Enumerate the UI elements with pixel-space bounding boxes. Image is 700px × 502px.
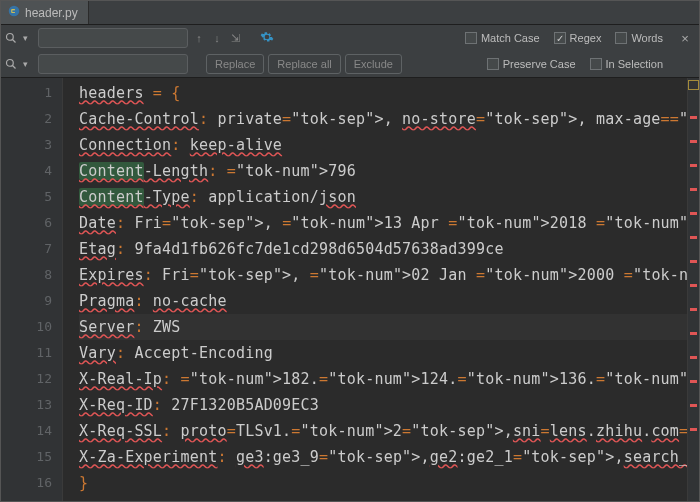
preserve-case-checkbox[interactable]: Preserve Case: [487, 58, 576, 70]
code-line[interactable]: Date: Fri="tok-sep">, ="tok-num">13 Apr …: [79, 210, 699, 236]
code-line[interactable]: Pragma: no-cache: [79, 288, 699, 314]
error-stripe-mark[interactable]: [690, 236, 697, 239]
error-stripe-mark[interactable]: [690, 164, 697, 167]
select-all-icon[interactable]: ⇲: [228, 32, 242, 45]
search-icon: [3, 32, 19, 44]
replace-input[interactable]: [38, 54, 188, 74]
line-number: 11: [1, 340, 52, 366]
line-number: 2: [1, 106, 52, 132]
match-case-label: Match Case: [481, 32, 540, 44]
file-tab-label: header.py: [25, 6, 78, 20]
file-tab[interactable]: header.py: [1, 1, 89, 24]
code-line[interactable]: Vary: Accept-Encoding: [79, 340, 699, 366]
error-stripe-mark[interactable]: [690, 428, 697, 431]
line-number: 10: [1, 314, 52, 340]
svg-point-0: [9, 6, 20, 17]
error-stripe-mark[interactable]: [690, 380, 697, 383]
python-file-icon: [7, 4, 21, 21]
replace-icon: [3, 58, 19, 70]
code-line[interactable]: Cache-Control: private="tok-sep">, no-st…: [79, 106, 699, 132]
words-checkbox[interactable]: Words: [615, 32, 663, 44]
prev-match-icon[interactable]: ↑: [192, 32, 206, 44]
code-line[interactable]: Content-Length: ="tok-num">796: [79, 158, 699, 184]
code-line[interactable]: X-Real-Ip: ="tok-num">182.="tok-num">124…: [79, 366, 699, 392]
in-selection-checkbox[interactable]: In Selection: [590, 58, 663, 70]
error-stripe-mark[interactable]: [690, 116, 697, 119]
regex-label: Regex: [570, 32, 602, 44]
words-label: Words: [631, 32, 663, 44]
error-stripe-mark[interactable]: [690, 308, 697, 311]
gear-icon[interactable]: [260, 30, 274, 46]
svg-point-3: [7, 60, 14, 67]
analysis-indicator[interactable]: [688, 80, 699, 90]
regex-checkbox[interactable]: ✓Regex: [554, 32, 602, 44]
line-number: 7: [1, 236, 52, 262]
line-number: 1: [1, 80, 52, 106]
error-stripe-mark[interactable]: [690, 332, 697, 335]
error-stripe[interactable]: [687, 78, 699, 502]
code-line[interactable]: Server: ZWS: [79, 314, 699, 340]
line-number: 6: [1, 210, 52, 236]
line-number: 14: [1, 418, 52, 444]
code-line[interactable]: X-Za-Experiment: ge3:ge3_9="tok-sep">,ge…: [79, 444, 699, 470]
line-number: 13: [1, 392, 52, 418]
find-replace-panel: ▾ ↑ ↓ ⇲ Match Case ✓Regex Words × ▾ Repl…: [1, 25, 699, 78]
error-stripe-mark[interactable]: [690, 284, 697, 287]
code-line[interactable]: }: [79, 470, 699, 496]
line-number: 8: [1, 262, 52, 288]
line-number: 5: [1, 184, 52, 210]
search-input[interactable]: [38, 28, 188, 48]
error-stripe-mark[interactable]: [690, 212, 697, 215]
editor-area[interactable]: 12345678910111213141516 headers = {Cache…: [1, 78, 699, 502]
code-line[interactable]: Connection: keep-alive: [79, 132, 699, 158]
svg-line-2: [13, 40, 16, 43]
code-line[interactable]: Etag: 9fa4d1fb626fc7de1cd298d6504d57638a…: [79, 236, 699, 262]
line-number: 12: [1, 366, 52, 392]
tab-bar: header.py: [1, 1, 699, 25]
line-number: 4: [1, 158, 52, 184]
code-line[interactable]: Expires: Fri="tok-sep">, ="tok-num">02 J…: [79, 262, 699, 288]
replace-history-dropdown-icon[interactable]: ▾: [23, 59, 28, 69]
svg-line-4: [13, 66, 16, 69]
error-stripe-mark[interactable]: [690, 188, 697, 191]
next-match-icon[interactable]: ↓: [210, 32, 224, 44]
line-number: 15: [1, 444, 52, 470]
in-selection-label: In Selection: [606, 58, 663, 70]
line-gutter: 12345678910111213141516: [1, 78, 63, 502]
code-line[interactable]: Content-Type: application/json: [79, 184, 699, 210]
svg-point-1: [7, 34, 14, 41]
error-stripe-mark[interactable]: [690, 404, 697, 407]
error-stripe-mark[interactable]: [690, 356, 697, 359]
code-content[interactable]: headers = {Cache-Control: private="tok-s…: [63, 78, 699, 502]
line-number: 3: [1, 132, 52, 158]
code-line[interactable]: headers = {: [79, 80, 699, 106]
preserve-case-label: Preserve Case: [503, 58, 576, 70]
line-number: 9: [1, 288, 52, 314]
search-history-dropdown-icon[interactable]: ▾: [23, 33, 28, 43]
match-case-checkbox[interactable]: Match Case: [465, 32, 540, 44]
replace-button[interactable]: Replace: [206, 54, 264, 74]
error-stripe-mark[interactable]: [690, 140, 697, 143]
code-line[interactable]: X-Req-ID: 27F1320B5AD09EC3: [79, 392, 699, 418]
error-stripe-mark[interactable]: [690, 260, 697, 263]
line-number: 16: [1, 470, 52, 496]
replace-all-button[interactable]: Replace all: [268, 54, 340, 74]
code-line[interactable]: X-Req-SSL: proto=TLSv1.="tok-num">2="tok…: [79, 418, 699, 444]
exclude-button[interactable]: Exclude: [345, 54, 402, 74]
close-icon[interactable]: ×: [677, 31, 693, 46]
